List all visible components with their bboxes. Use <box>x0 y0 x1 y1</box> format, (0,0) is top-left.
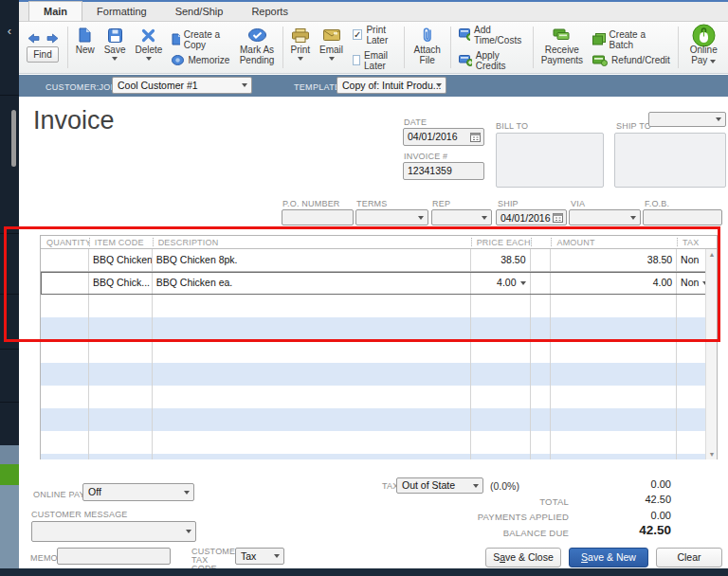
ship-to-label: SHIP TO <box>616 121 651 131</box>
dropdown-arrow-icon <box>186 530 191 533</box>
customer-tax-code-dropdown[interactable]: Tax <box>235 548 284 565</box>
table-header: QUANTITY ITEM CODE DESCRIPTION PRICE EAC… <box>41 236 717 249</box>
sidebar-section[interactable] <box>0 445 19 464</box>
empty-line-row[interactable] <box>41 295 717 317</box>
po-number-field[interactable] <box>282 209 354 225</box>
invoice-number-label: INVOICE # <box>404 152 447 161</box>
total-label: TOTAL <box>539 496 569 507</box>
receive-payments-icon <box>553 28 571 42</box>
dropdown-arrow-icon[interactable] <box>520 281 526 285</box>
rep-dropdown[interactable] <box>431 209 492 225</box>
empty-line-row[interactable] <box>41 454 717 459</box>
ship-to-box[interactable] <box>614 133 726 188</box>
time-credits-group: Add Time/Costs Apply Credits <box>454 24 530 71</box>
refund-credit-button[interactable]: Refund/Credit <box>592 55 670 66</box>
sidebar-scrollbar-handle[interactable] <box>11 110 16 167</box>
ship-to-dropdown[interactable] <box>648 112 726 127</box>
toolbar-separator <box>67 27 68 68</box>
tab-send-ship[interactable]: Send/Ship <box>161 2 238 21</box>
paperclip-icon <box>422 27 433 44</box>
payments-applied-value: 0.00 <box>651 510 671 521</box>
mark-as-pending-button[interactable]: Mark As Pending <box>234 24 279 71</box>
dropdown-arrow-icon <box>630 216 636 220</box>
sidebar-section-green[interactable] <box>0 464 19 485</box>
dropdown-arrow-icon <box>436 83 442 87</box>
clear-button[interactable]: Clear <box>656 548 722 567</box>
receive-payments-button[interactable]: Receive Payments <box>537 24 588 71</box>
refund-credit-icon <box>592 55 608 66</box>
terms-label: TERMS <box>356 199 388 208</box>
calendar-icon[interactable] <box>553 212 563 223</box>
customer-message-dropdown[interactable] <box>31 521 196 542</box>
scroll-up-icon[interactable]: ▲ <box>706 249 718 260</box>
calendar-icon[interactable] <box>470 132 481 142</box>
create-batch-button[interactable]: Create a Batch <box>592 29 670 50</box>
tab-formatting[interactable]: Formatting <box>82 2 161 21</box>
customer-message-label: CUSTOMER MESSAGE <box>31 510 128 519</box>
email-later-checkbox[interactable]: Email Later <box>353 50 396 71</box>
invoice-form: Invoice DATE 04/01/2016 INVOICE # 123413… <box>19 97 728 568</box>
apply-credits-button[interactable]: Apply Credits <box>459 50 525 71</box>
save-button[interactable]: Save <box>100 24 131 71</box>
fob-label: F.O.B. <box>645 199 669 208</box>
later-checkbox-group: ✓ Print Later Email Later <box>348 24 401 71</box>
template-label: TEMPLATE <box>294 82 340 92</box>
via-label: VIA <box>571 199 585 208</box>
via-dropdown[interactable] <box>569 209 641 225</box>
collapse-sidebar-button[interactable]: ‹ <box>0 19 19 44</box>
empty-line-row[interactable] <box>41 340 717 363</box>
table-scrollbar[interactable]: ▲ ▼ <box>705 249 717 459</box>
create-copy-button[interactable]: Create a Copy <box>172 29 229 50</box>
attach-file-button[interactable]: Attach File <box>407 24 447 71</box>
dropdown-caret-icon <box>298 57 303 61</box>
ship-date-field[interactable]: 04/01/2016 <box>496 209 567 225</box>
toolbar-separator <box>678 27 679 68</box>
copy-document-icon <box>172 33 179 45</box>
save-new-button[interactable]: Save & New <box>569 548 648 567</box>
bill-to-box[interactable] <box>496 133 604 188</box>
printer-icon <box>292 28 309 43</box>
empty-line-row[interactable] <box>41 317 717 340</box>
page-title: Invoice <box>33 106 115 135</box>
back-arrow-icon[interactable] <box>27 33 40 44</box>
forward-arrow-icon[interactable] <box>46 33 59 44</box>
add-time-costs-button[interactable]: Add Time/Costs <box>459 25 525 45</box>
invoice-number-field[interactable]: 12341359 <box>403 162 484 180</box>
save-disk-icon <box>108 28 122 43</box>
empty-line-row[interactable] <box>41 431 717 454</box>
empty-line-row[interactable] <box>41 386 717 408</box>
email-button[interactable]: Email <box>315 24 348 71</box>
batch-refund-group: Create a Batch Refund/Credit <box>588 24 675 71</box>
online-pay-dropdown[interactable]: Off <box>82 483 194 501</box>
column-header-amount: AMOUNT <box>551 236 677 248</box>
memorize-bubble-icon <box>172 55 184 66</box>
template-dropdown[interactable]: Copy of: Intuit Produ... <box>337 77 446 94</box>
save-close-button[interactable]: Save & Close <box>485 548 561 567</box>
terms-dropdown[interactable] <box>355 209 428 225</box>
new-document-icon <box>79 27 91 43</box>
online-pay-button[interactable]: Online Pay <box>682 24 726 71</box>
fob-field[interactable] <box>643 209 722 225</box>
line-item-row[interactable]: BBQ Chicken ... BBQ Chicken 8pk. 38.50 3… <box>41 249 717 272</box>
tax-dropdown[interactable]: Out of State <box>396 477 483 494</box>
empty-line-row[interactable] <box>41 363 717 386</box>
memo-field[interactable] <box>57 548 171 565</box>
tab-reports[interactable]: Reports <box>237 2 302 21</box>
empty-line-row[interactable] <box>41 408 717 431</box>
line-item-row-selected[interactable]: BBQ Chick... BBQ Chicken ea. 4.00 4.00 N… <box>41 272 717 295</box>
sidebar-divider <box>0 294 19 295</box>
memorize-button[interactable]: Memorize <box>172 55 229 66</box>
print-later-checkbox[interactable]: ✓ Print Later <box>353 25 396 45</box>
delete-button[interactable]: Delete <box>131 24 168 71</box>
print-button[interactable]: Print <box>285 24 315 71</box>
toolbar-separator <box>533 27 534 68</box>
new-button[interactable]: New <box>71 24 100 71</box>
sidebar-section[interactable] <box>0 485 19 568</box>
add-time-costs-icon <box>459 28 470 41</box>
scroll-down-icon[interactable]: ▼ <box>706 449 718 459</box>
tab-main[interactable]: Main <box>28 1 82 21</box>
find-button[interactable]: Find <box>27 46 59 63</box>
delete-x-icon <box>141 28 155 43</box>
date-field[interactable]: 04/01/2016 <box>403 128 484 146</box>
customer-job-dropdown[interactable]: Cool Customer #1 <box>112 77 252 94</box>
